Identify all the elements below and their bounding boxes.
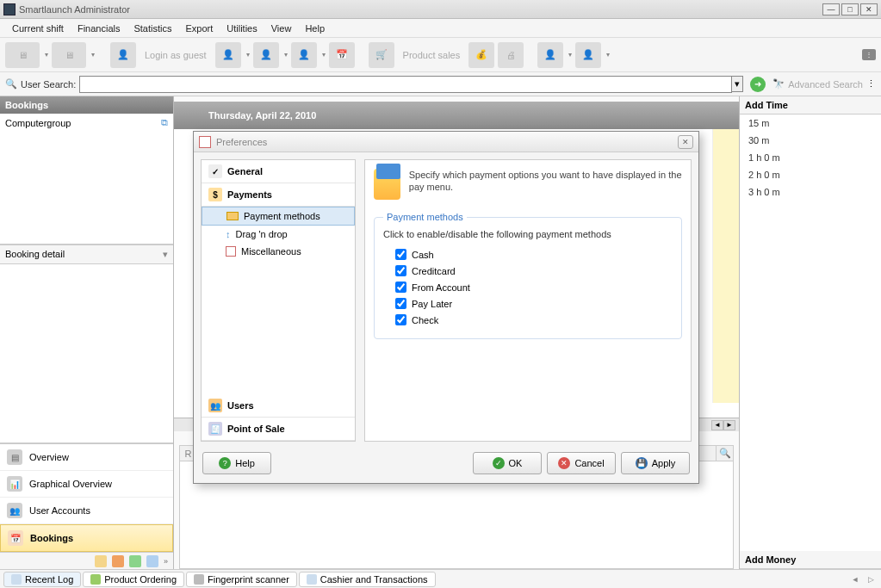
graphical-icon: 📊 [7, 476, 22, 492]
toolbar-print-icon[interactable]: 🖨 [498, 42, 524, 68]
add-time-header: Add Time [740, 96, 881, 115]
minimize-button[interactable]: — [822, 3, 840, 15]
cancel-button[interactable]: ✕Cancel [547, 452, 616, 474]
chk-check-input[interactable] [395, 314, 406, 325]
dialog-close-button[interactable]: ✕ [678, 135, 693, 149]
cat-users-label: Users [227, 400, 254, 411]
smallbar-icon-2[interactable] [112, 555, 124, 567]
detail-expand-icon[interactable]: ▾ [163, 249, 168, 260]
titlebar: Smartlaunch Administrator — □ ✕ [0, 0, 881, 19]
cat-pos[interactable]: 🧾Point of Sale [202, 418, 355, 441]
tab-cashier[interactable]: Cashier and Transactions [299, 572, 436, 587]
toolbar-user-icon[interactable]: 👤 [110, 42, 136, 68]
menu-help[interactable]: Help [298, 21, 332, 36]
toolbar-calendar-icon[interactable]: 📅 [329, 42, 355, 68]
grid-search-icon[interactable]: 🔍 [716, 446, 733, 461]
cat-pos-icon: 🧾 [208, 422, 222, 436]
cat-general-label: General [227, 166, 263, 176]
apply-button[interactable]: 💾Apply [621, 452, 690, 474]
chk-account-label: From Account [412, 282, 470, 293]
sub-payment-methods-label: Payment methods [244, 211, 320, 221]
chk-credit-input[interactable] [395, 265, 406, 276]
computergroup-row[interactable]: Computergroup ⧉ [0, 114, 173, 132]
ok-button[interactable]: ✓OK [473, 452, 542, 474]
smallbar-icon-1[interactable] [95, 555, 107, 567]
add-time-1h[interactable]: 1 h 0 m [740, 149, 881, 166]
group-icon: ⧉ [161, 117, 168, 128]
toolbar-user3-icon[interactable]: 👤 [537, 42, 563, 68]
cat-general[interactable]: ✓General [202, 160, 355, 183]
menu-statistics[interactable]: Statistics [127, 21, 178, 36]
cat-users[interactable]: 👥Users [202, 394, 355, 418]
smallbar-expand-icon[interactable]: » [164, 557, 168, 566]
product-sales-label[interactable]: Product sales [403, 50, 461, 60]
toolbar-cart-icon[interactable]: 🛒 [369, 42, 394, 68]
tab-recent-log[interactable]: Recent Log [3, 572, 81, 587]
right-pane: Add Time 15 m 30 m 1 h 0 m 2 h 0 m 3 h 0… [739, 96, 881, 569]
ok-icon: ✓ [493, 457, 505, 469]
help-button[interactable]: ?Help [202, 452, 271, 474]
search-label: User Search: [21, 79, 76, 90]
chk-account-input[interactable] [395, 282, 406, 293]
toolbar-register-icon[interactable]: 💰 [468, 42, 494, 68]
tab-nav-arrows[interactable]: ◄ ▷ [852, 575, 878, 584]
chk-pay-later[interactable]: Pay Later [383, 295, 673, 312]
toolbar-user4-icon[interactable]: 👤 [575, 42, 601, 68]
menu-financials[interactable]: Financials [71, 21, 127, 36]
misc-icon [226, 246, 236, 257]
search-input[interactable] [79, 76, 732, 93]
chk-later-input[interactable] [395, 298, 406, 309]
cat-pos-label: Point of Sale [227, 424, 285, 434]
tab-fingerprint[interactable]: Fingerprint scanner [186, 572, 297, 587]
menu-current-shift[interactable]: Current shift [5, 21, 71, 36]
smallbar-icon-4[interactable] [146, 555, 158, 567]
maximize-button[interactable]: □ [841, 3, 859, 15]
chk-from-account[interactable]: From Account [383, 279, 673, 295]
menu-view[interactable]: View [264, 21, 299, 36]
advanced-search-link[interactable]: Advanced Search [788, 79, 863, 90]
date-text: Thursday, April 22, 2010 [208, 110, 316, 121]
nav-overview[interactable]: ▤Overview [0, 444, 173, 471]
menu-export[interactable]: Export [178, 21, 220, 36]
scroll-left-icon[interactable]: ◄ [711, 420, 723, 430]
menu-utilities[interactable]: Utilities [220, 21, 264, 36]
sub-drag-drop[interactable]: ↕Drag 'n drop [202, 226, 355, 243]
add-time-3h[interactable]: 3 h 0 m [740, 183, 881, 201]
add-time-2h[interactable]: 2 h 0 m [740, 166, 881, 183]
chk-creditcard[interactable]: Creditcard [383, 263, 673, 279]
toolbar-monitor2-icon[interactable]: 🖥 [52, 42, 86, 68]
cat-payments[interactable]: $Payments [202, 183, 355, 207]
tab-product-ordering[interactable]: Product Ordering [83, 572, 184, 587]
preferences-dialog: Preferences ✕ ✓General $Payments Payment… [193, 131, 699, 484]
booking-detail-header[interactable]: Booking detail ▾ [0, 244, 173, 264]
chk-cash[interactable]: Cash [383, 246, 673, 263]
scroll-right-icon[interactable]: ► [723, 420, 735, 430]
chk-cash-input[interactable] [395, 249, 406, 260]
add-time-30m[interactable]: 30 m [740, 132, 881, 149]
search-dropdown-icon[interactable]: ▾ [731, 76, 743, 92]
cancel-button-label: Cancel [574, 458, 604, 468]
nav-graphical-overview[interactable]: 📊Graphical Overview [0, 471, 173, 498]
nav-bookings[interactable]: 📅Bookings [0, 524, 173, 552]
preferences-content: Specify which payment options you want t… [364, 159, 692, 442]
toolbar-overflow-icon[interactable]: ⋮ [862, 49, 876, 60]
chk-check[interactable]: Check [383, 312, 673, 328]
searchbar-overflow-icon[interactable]: ⋮ [866, 78, 876, 90]
close-window-button[interactable]: ✕ [860, 3, 878, 15]
smallbar-icon-3[interactable] [129, 555, 141, 567]
toolbar-userclock-icon[interactable]: 👤 [291, 42, 317, 68]
login-guest-label[interactable]: Login as guest [145, 50, 207, 60]
toolbar-userlock-icon[interactable]: 👤 [253, 42, 279, 68]
tab-recent-log-label: Recent Log [25, 574, 73, 585]
dialog-icon [199, 136, 211, 148]
nav-user-accounts[interactable]: 👥User Accounts [0, 498, 173, 524]
payment-big-icon [374, 169, 400, 200]
sub-misc[interactable]: Miscellaneous [202, 243, 355, 260]
apply-icon: 💾 [636, 457, 648, 469]
toolbar-monitor-icon[interactable]: 🖥 [5, 42, 40, 68]
toolbar-useradd-icon[interactable]: 👤 [215, 42, 241, 68]
sub-payment-methods[interactable]: Payment methods [202, 207, 355, 226]
search-go-button[interactable]: ➜ [750, 77, 766, 92]
add-time-15m[interactable]: 15 m [740, 115, 881, 132]
app-icon [3, 3, 16, 15]
